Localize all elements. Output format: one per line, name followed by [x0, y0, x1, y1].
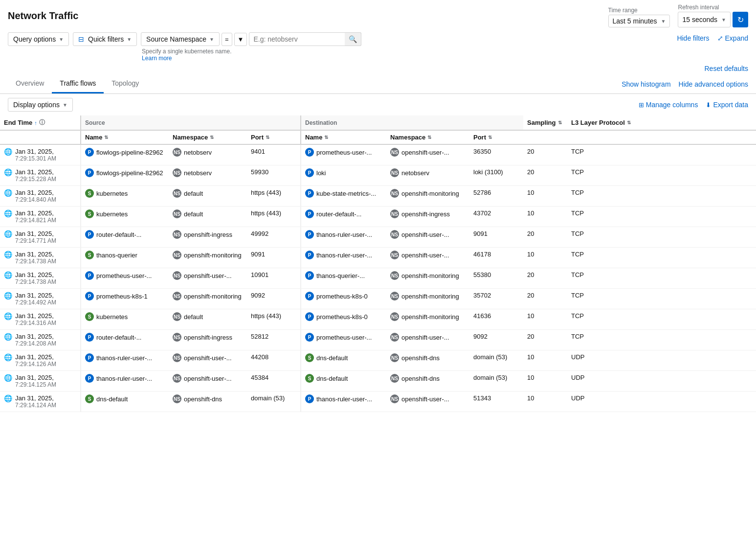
display-options-button[interactable]: Display options ▼	[8, 98, 73, 112]
cell-end-time: 🌐 Jan 31, 2025, 7:29:14.771 AM	[0, 227, 81, 248]
src-ns-value: openshift-ingress	[184, 231, 232, 238]
equals-select[interactable]: =	[222, 33, 232, 46]
col-dst-name-header[interactable]: Name ⇅	[301, 130, 386, 144]
time-range-select[interactable]: Last 5 minutes ▼	[608, 15, 670, 27]
cell-sampling: 20	[523, 144, 567, 165]
export-data-icon: ⬇	[706, 101, 711, 109]
src-ns-value: openshift-user-...	[184, 272, 232, 279]
cell-src-port: 59930	[247, 165, 301, 186]
src-ns-badge: NS	[173, 353, 181, 362]
end-time-time: 7:29:14.125 AM	[15, 381, 56, 388]
end-time-time: 7:29:14.771 AM	[15, 237, 56, 244]
filter-search-button[interactable]: 🔍	[345, 32, 361, 46]
source-namespace-chevron-icon: ▼	[209, 37, 214, 42]
tab-traffic-flows[interactable]: Traffic flows	[52, 74, 104, 93]
table-row[interactable]: 🌐 Jan 31, 2025, 7:29:14.771 AM P router-…	[0, 227, 756, 248]
tab-topology[interactable]: Topology	[104, 74, 147, 93]
col-end-time-header[interactable]: End Time ↑ ⓘ	[0, 115, 81, 130]
table-row[interactable]: 🌐 Jan 31, 2025, 7:29:14.208 AM P router-…	[0, 330, 756, 350]
table-row[interactable]: 🌐 Jan 31, 2025, 7:29:14.821 AM S kuberne…	[0, 207, 756, 227]
end-time-info-icon[interactable]: ⓘ	[39, 118, 45, 127]
dst-name-value: thanos-ruler-user-...	[316, 395, 372, 403]
col-dst-port-header[interactable]: Port ⇅	[469, 130, 523, 144]
cell-dst-ns: NS openshift-user-...	[386, 227, 469, 248]
cell-protocol: TCP	[567, 289, 756, 309]
cell-src-ns: NS openshift-ingress	[169, 227, 247, 248]
col-l3-header[interactable]: L3 Layer Protocol ⇅	[567, 115, 756, 130]
col-dst-ns-header[interactable]: Namespace ⇅	[386, 130, 469, 144]
sampling-sort-icon: ⇅	[558, 120, 562, 125]
globe-icon: 🌐	[4, 374, 12, 382]
table-row[interactable]: 🌐 Jan 31, 2025, 7:29:14.124 AM S dns-def…	[0, 392, 756, 412]
dst-name-value: thanos-ruler-user-...	[316, 252, 372, 259]
cell-src-name: P flowlogs-pipeline-82962	[81, 165, 169, 186]
cell-dst-ns: NS openshift-dns	[386, 371, 469, 392]
src-name-value: kubernetes	[96, 210, 128, 218]
refresh-now-button[interactable]: ↻	[733, 12, 748, 27]
cell-dst-port: 52786	[469, 186, 523, 207]
page-title: Network Traffic	[8, 10, 78, 22]
col-src-name-header[interactable]: Name ⇅	[81, 130, 169, 144]
learn-more-link[interactable]: Learn more	[142, 55, 361, 62]
dst-ns-sort-icon: ⇅	[427, 135, 431, 140]
src-ns-value: default	[184, 190, 203, 197]
src-name-value: kubernetes	[96, 190, 128, 197]
hide-filters-button[interactable]: Hide filters	[677, 34, 709, 42]
source-namespace-select[interactable]: Source Namespace ▼	[141, 32, 220, 46]
table-row[interactable]: 🌐 Jan 31, 2025, 7:29:15.228 AM P flowlog…	[0, 165, 756, 186]
query-options-button[interactable]: Query options ▼	[8, 32, 69, 46]
cell-dst-name: S dns-default	[301, 350, 386, 371]
table-row[interactable]: 🌐 Jan 31, 2025, 7:29:14.738 AM P prometh…	[0, 268, 756, 289]
expand-icon: ⤢	[717, 34, 723, 42]
src-name-value: thanos-ruler-user-...	[96, 375, 152, 382]
col-sampling-header[interactable]: Sampling ⇅	[523, 115, 567, 130]
expand-button[interactable]: ⤢ Expand	[717, 34, 748, 42]
quick-filters-button[interactable]: ⊟ Quick filters ▼	[73, 32, 137, 46]
src-name-value: router-default-...	[96, 334, 142, 341]
table-row[interactable]: 🌐 Jan 31, 2025, 7:29:14.738 AM S thanos-…	[0, 248, 756, 268]
dst-ns-badge: NS	[390, 168, 399, 177]
src-ns-badge: NS	[173, 251, 181, 259]
dst-ns-value: openshift-monitoring	[401, 313, 459, 321]
show-histogram-link[interactable]: Show histogram	[622, 80, 670, 88]
dst-ns-badge: NS	[390, 230, 399, 239]
manage-columns-link[interactable]: ⊞ Manage columns	[639, 101, 698, 109]
src-ns-badge: NS	[173, 394, 181, 403]
table-row[interactable]: 🌐 Jan 31, 2025, 7:29:14.492 AM P prometh…	[0, 289, 756, 309]
cell-dst-port: 43702	[469, 207, 523, 227]
search-icon: 🔍	[349, 35, 357, 43]
table-row[interactable]: 🌐 Jan 31, 2025, 7:29:14.840 AM S kuberne…	[0, 186, 756, 207]
src-name-value: flowlogs-pipeline-82962	[96, 169, 163, 177]
col-src-port-header[interactable]: Port ⇅	[247, 130, 301, 144]
cell-dst-port: 36350	[469, 144, 523, 165]
cell-src-name: S kubernetes	[81, 207, 169, 227]
refresh-interval-select[interactable]: 15 seconds ▼	[678, 12, 731, 27]
table-row[interactable]: 🌐 Jan 31, 2025, 7:29:14.125 AM P thanos-…	[0, 371, 756, 392]
src-badge: P	[85, 148, 94, 157]
end-time-date: Jan 31, 2025,	[15, 292, 56, 299]
hide-advanced-options-link[interactable]: Hide advanced options	[679, 80, 748, 88]
reset-defaults-link[interactable]: Reset defaults	[705, 65, 749, 72]
cell-sampling: 10	[523, 207, 567, 227]
operator-select[interactable]: ▼	[234, 33, 247, 46]
globe-icon: 🌐	[4, 312, 12, 320]
export-data-link[interactable]: ⬇ Export data	[706, 101, 748, 109]
table-row[interactable]: 🌐 Jan 31, 2025, 7:29:15.301 AM P flowlog…	[0, 144, 756, 165]
cell-end-time: 🌐 Jan 31, 2025, 7:29:14.208 AM	[0, 330, 81, 350]
src-badge: P	[85, 230, 94, 239]
src-badge: P	[85, 271, 94, 280]
table-row[interactable]: 🌐 Jan 31, 2025, 7:29:14.316 AM S kuberne…	[0, 309, 756, 330]
dst-ns-badge: NS	[390, 292, 399, 300]
src-ns-value: netobserv	[184, 169, 212, 177]
cell-dst-ns: NS openshift-monitoring	[386, 289, 469, 309]
globe-icon: 🌐	[4, 230, 12, 238]
cell-sampling: 10	[523, 350, 567, 371]
src-ns-badge: NS	[173, 189, 181, 198]
cell-dst-port: 55380	[469, 268, 523, 289]
end-time-time: 7:29:14.840 AM	[15, 196, 56, 203]
cell-dst-ns: NS openshift-monitoring	[386, 268, 469, 289]
tab-overview[interactable]: Overview	[8, 74, 52, 93]
end-time-date: Jan 31, 2025,	[15, 353, 56, 361]
table-row[interactable]: 🌐 Jan 31, 2025, 7:29:14.126 AM P thanos-…	[0, 350, 756, 371]
col-src-ns-header[interactable]: Namespace ⇅	[169, 130, 247, 144]
